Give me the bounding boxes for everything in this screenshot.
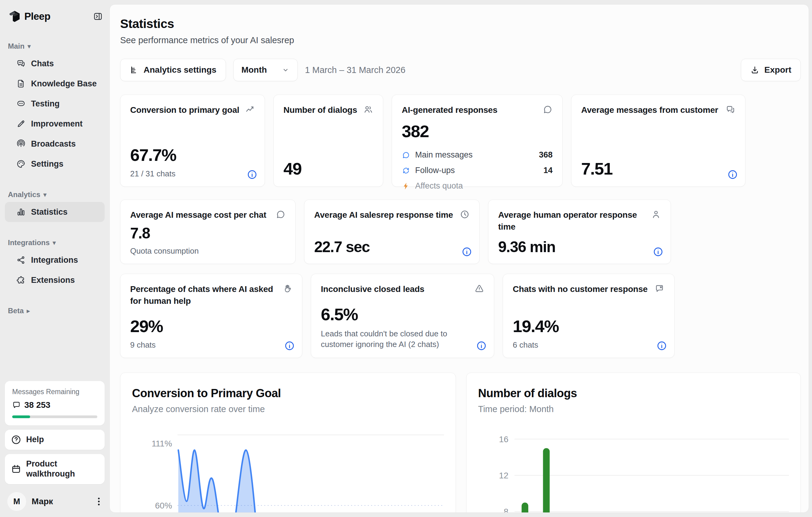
conversion-area-chart[interactable]: 111%60% xyxy=(132,430,444,513)
section-analytics[interactable]: Analytics ▾ xyxy=(8,191,105,199)
card-value: 49 xyxy=(284,159,373,178)
card-subtext: Leads that couldn't be closed due to cus… xyxy=(321,328,474,350)
dialogs-bar-chart[interactable]: 16128 xyxy=(478,430,789,513)
card-title: Number of dialogs xyxy=(284,104,357,116)
trending-up-icon xyxy=(245,105,255,114)
charts-row: Conversion to Primary Goal Analyze conve… xyxy=(120,373,801,513)
sidebar-item-broadcasts[interactable]: Broadcasts xyxy=(5,134,105,154)
list-item-label: Main messages xyxy=(415,150,473,160)
sidebar-item-testing[interactable]: Testing xyxy=(5,94,105,114)
conversion-chart-card: Conversion to Primary Goal Analyze conve… xyxy=(120,373,456,513)
logo-row: Pleep xyxy=(5,8,105,23)
page-title: Statistics xyxy=(120,17,801,31)
chart-title: Conversion to Primary Goal xyxy=(132,387,444,400)
analytics-settings-button[interactable]: Analytics settings xyxy=(120,59,226,81)
export-button[interactable]: Export xyxy=(741,59,801,81)
sidebar-item-integrations[interactable]: Integrations xyxy=(5,250,105,270)
kebab-menu-icon[interactable] xyxy=(94,494,104,509)
list-item: Affects quota xyxy=(402,181,553,191)
product-walkthrough-button[interactable]: Product walkthrough xyxy=(5,454,105,485)
share-nodes-icon xyxy=(17,255,26,265)
sidebar-item-label: Integrations xyxy=(31,255,78,265)
card-value: 9.36 min xyxy=(498,238,661,256)
section-label-text: Integrations xyxy=(8,238,50,247)
warning-triangle-icon xyxy=(474,284,484,293)
sidebar-item-extensions[interactable]: Extensions xyxy=(5,270,105,290)
sidebar-collapse-icon[interactable] xyxy=(93,11,103,21)
list-item-value: 368 xyxy=(539,150,553,160)
card-number-of-dialogs: Number of dialogs 49 xyxy=(273,94,383,187)
info-icon[interactable] xyxy=(476,341,487,351)
period-selected-value: Month xyxy=(241,65,267,75)
card-inconclusive-closed-leads: Inconclusive closed leads 6.5% Leads tha… xyxy=(311,274,494,358)
sidebar-item-label: Chats xyxy=(31,59,54,68)
chart-subtitle: Time period: Month xyxy=(478,404,789,414)
chevron-down-icon: ▾ xyxy=(44,191,47,198)
chevron-down-icon: ▾ xyxy=(53,239,56,246)
sidebar-item-knowledge-base[interactable]: Knowledge Base xyxy=(5,74,105,94)
helping-hand-icon xyxy=(283,284,292,293)
card-human-response-time: Average human operator response time 9.3… xyxy=(488,200,671,264)
product-walkthrough-label: Product walkthrough xyxy=(26,459,98,480)
chevron-down-icon: ▾ xyxy=(28,42,31,50)
info-icon[interactable] xyxy=(247,169,257,180)
card-ai-response-time: Average AI salesrep response time 22.7 s… xyxy=(304,200,480,264)
card-value: 6.5% xyxy=(321,305,484,324)
section-label-text: Main xyxy=(8,42,25,51)
section-main[interactable]: Main ▾ xyxy=(8,42,105,51)
info-icon[interactable] xyxy=(284,341,295,351)
sidebar-item-settings[interactable]: Settings xyxy=(5,154,105,174)
section-beta[interactable]: Beta ▸ xyxy=(8,307,105,315)
broadcast-icon xyxy=(17,139,26,148)
analytics-settings-label: Analytics settings xyxy=(144,65,216,75)
sidebar-item-improvement[interactable]: Improvement xyxy=(5,114,105,134)
card-value: 7.51 xyxy=(581,159,735,178)
card-ai-generated-responses: AI-generated responses 382 Main messages… xyxy=(392,94,562,187)
card-subtext: 6 chats xyxy=(513,340,665,350)
message-x-icon xyxy=(655,284,665,293)
card-title: AI-generated responses xyxy=(402,104,497,116)
pleep-logo-icon xyxy=(8,10,21,23)
users-icon xyxy=(364,105,373,114)
info-icon[interactable] xyxy=(462,247,472,257)
info-icon[interactable] xyxy=(657,341,667,351)
card-subtext: Quota consumption xyxy=(130,246,286,256)
puzzle-icon xyxy=(17,276,26,285)
sidebar-item-label: Testing xyxy=(31,99,60,109)
calendar-icon xyxy=(11,464,21,474)
sidebar-item-label: Statistics xyxy=(31,207,67,217)
info-icon[interactable] xyxy=(727,169,738,180)
card-subtext: 9 chats xyxy=(130,340,292,350)
section-label-text: Analytics xyxy=(8,191,40,199)
period-select[interactable]: Month xyxy=(233,59,298,81)
info-icon[interactable] xyxy=(653,247,663,257)
user-row[interactable]: M Марк xyxy=(5,490,105,512)
date-range: 1 March – 31 March 2026 xyxy=(305,65,405,75)
help-circle-icon xyxy=(11,435,21,445)
download-icon xyxy=(750,65,759,75)
card-subtext: 21 / 31 chats xyxy=(130,169,255,178)
card-title: Average messages from customer xyxy=(581,104,718,116)
card-title: Chats with no customer response xyxy=(513,283,647,295)
section-integrations[interactable]: Integrations ▾ xyxy=(8,238,105,247)
document-icon xyxy=(17,79,26,88)
main-panel: Statistics See performance metrics of yo… xyxy=(110,4,809,513)
stat-cards-row-2: Average AI message cost per chat 7.8 Quo… xyxy=(120,200,801,264)
sidebar-item-statistics[interactable]: Statistics xyxy=(5,202,105,222)
sidebar-item-chats[interactable]: Chats xyxy=(5,54,105,74)
chart-subtitle: Analyze conversion rate over time xyxy=(132,404,444,414)
card-value: 22.7 sec xyxy=(314,238,469,256)
card-value: 67.7% xyxy=(130,145,255,165)
export-label: Export xyxy=(764,65,791,75)
message-icon xyxy=(402,151,410,160)
svg-text:60%: 60% xyxy=(155,501,172,510)
sidebar-item-label: Knowledge Base xyxy=(31,79,97,88)
stat-cards-row-3: Percentage of chats where AI asked for h… xyxy=(120,274,801,358)
list-item-label: Affects quota xyxy=(415,181,463,191)
help-button[interactable]: Help xyxy=(5,430,105,450)
palette-icon xyxy=(17,160,26,169)
card-title: Inconclusive closed leads xyxy=(321,283,424,295)
list-item-value: 14 xyxy=(544,166,553,175)
section-label-text: Beta xyxy=(8,307,24,315)
list-item: Follow-ups 14 xyxy=(402,166,553,175)
